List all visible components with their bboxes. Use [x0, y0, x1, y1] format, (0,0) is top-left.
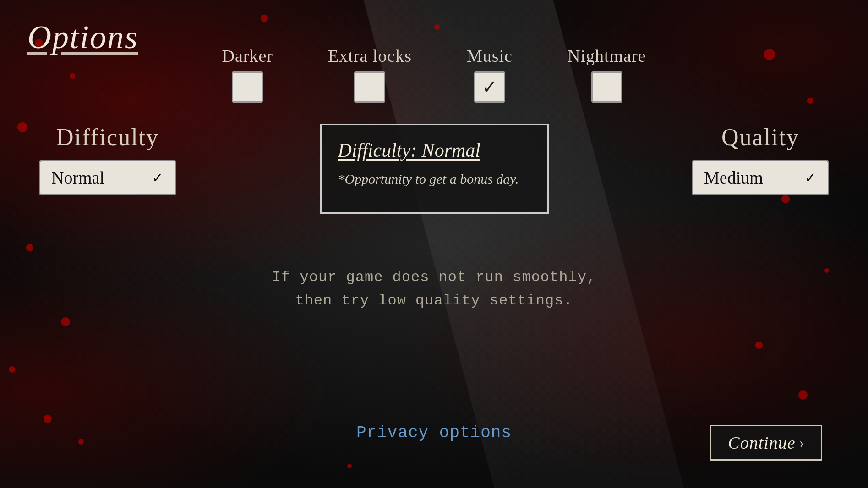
hint-line1: If your game does not run smoothly, [0, 266, 868, 289]
difficulty-title: Difficulty [56, 124, 159, 151]
privacy-options-link[interactable]: Privacy options [356, 423, 512, 442]
hint-line2: then try low quality settings. [0, 289, 868, 312]
quality-section: Quality Medium ✓ [680, 124, 841, 195]
info-box: Difficulty: Normal *Opportunity to get a… [320, 124, 549, 214]
checkbox-item-darker: Darker [222, 46, 273, 103]
info-box-description: *Opportunity to get a bonus day. [338, 168, 530, 189]
continue-arrow-icon: › [799, 434, 804, 451]
checkbox-item-music: Music ✓ [467, 46, 513, 103]
checkbox-music[interactable]: ✓ [474, 71, 505, 103]
middle-section: Difficulty Normal ✓ Difficulty: Normal *… [0, 124, 868, 214]
checkbox-nightmare[interactable] [591, 71, 622, 103]
difficulty-dropdown[interactable]: Normal ✓ [39, 160, 176, 195]
checkbox-item-nightmare: Nightmare [568, 46, 646, 103]
difficulty-selected: Normal [51, 168, 104, 188]
checkbox-label-extra-locks: Extra locks [328, 46, 412, 66]
continue-button[interactable]: Continue › [710, 425, 822, 461]
checkbox-label-nightmare: Nightmare [568, 46, 646, 66]
quality-title: Quality [721, 124, 799, 151]
hint-text: If your game does not run smoothly, then… [0, 266, 868, 312]
checkbox-label-darker: Darker [222, 46, 273, 66]
difficulty-section: Difficulty Normal ✓ [27, 124, 188, 195]
quality-selected: Medium [704, 168, 763, 188]
checkbox-extra-locks[interactable] [354, 71, 385, 103]
checkbox-darker[interactable] [232, 71, 263, 103]
continue-label: Continue [728, 433, 795, 453]
quality-dropdown-arrow: ✓ [804, 169, 817, 186]
checkboxes-section: Darker Extra locks Music ✓ Nightmare [0, 46, 868, 103]
quality-dropdown[interactable]: Medium ✓ [692, 160, 829, 195]
info-box-title: Difficulty: Normal [338, 139, 530, 161]
checkbox-item-extra-locks: Extra locks [328, 46, 412, 103]
checkbox-label-music: Music [467, 46, 513, 66]
difficulty-dropdown-arrow: ✓ [152, 169, 164, 186]
